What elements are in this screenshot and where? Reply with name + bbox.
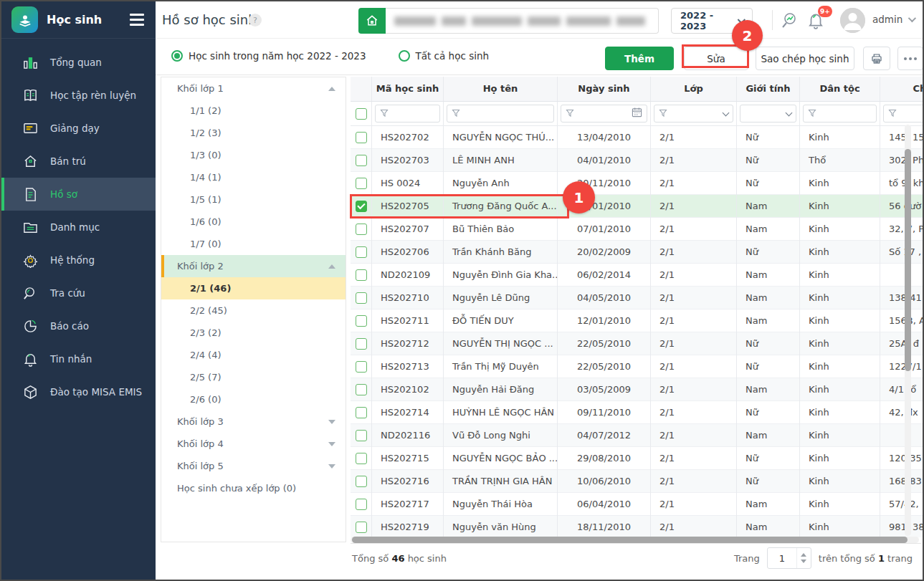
row-checkbox[interactable] [356, 132, 367, 143]
sidebar-item-danh-muc[interactable]: Danh mục [1, 211, 156, 244]
tree-group[interactable]: Học sinh chưa xếp lớp (0) [161, 477, 346, 499]
filter-input-ethnicity[interactable] [803, 105, 877, 123]
table-row[interactable]: HS202713Trần Thị Mỹ Duyên22/05/20102/1Nữ… [351, 355, 923, 378]
tree-class[interactable]: 2/4 (4) [161, 344, 346, 366]
column-header-dob[interactable]: Ngày sinh [558, 77, 651, 101]
table-row[interactable]: HS202706Trần Khánh Băng20/02/20092/1NữKi… [351, 241, 923, 264]
table-row[interactable]: HS202705Trương Đăng Quốc A...04/01/20102… [351, 195, 923, 218]
table-row[interactable]: HS202707Bũ Thiên Bảo07/01/20102/1NamKinh… [351, 218, 923, 241]
tree-class[interactable]: 1/3 (0) [161, 144, 346, 166]
home-icon[interactable] [358, 8, 386, 34]
tree-group[interactable]: Khối lớp 4 [161, 433, 346, 455]
row-checkbox[interactable] [356, 315, 367, 327]
tree-group[interactable]: Khối lớp 5 [161, 455, 346, 477]
tree-group[interactable]: Khối lớp 2 [161, 255, 346, 277]
row-checkbox[interactable] [356, 224, 367, 235]
sidebar-item-tin-nhan[interactable]: Tin nhắn [1, 342, 156, 375]
help-icon[interactable]: ? [249, 14, 262, 27]
row-checkbox[interactable] [356, 499, 367, 510]
notifications-bell-icon[interactable]: 9+ [806, 11, 825, 32]
sidebar-item-ban-tru[interactable]: Bán trú [1, 145, 156, 178]
more-button[interactable] [897, 47, 923, 70]
page-number-input[interactable]: 1 [767, 547, 811, 569]
row-checkbox[interactable] [356, 407, 367, 418]
tree-class[interactable]: 1/6 (0) [161, 211, 346, 233]
row-checkbox[interactable] [356, 269, 367, 281]
tree-group[interactable]: Khối lớp 3 [161, 410, 346, 433]
table-row[interactable]: HS202715NGUYỄN NGỌC BẢO ...29/08/20102/1… [351, 447, 923, 470]
horizontal-scrollbar-thumb[interactable] [352, 537, 908, 543]
tree-class[interactable]: 2/5 (7) [161, 366, 346, 388]
filter-input-gender[interactable] [740, 105, 796, 123]
tree-class[interactable]: 2/2 (45) [161, 299, 346, 322]
table-row[interactable]: HS 0024Nguyễn Anh20/11/20102/1NữKinhtổ 9… [351, 172, 923, 195]
column-header-code[interactable]: Mã học sinh [372, 77, 444, 101]
add-button[interactable]: Thêm [605, 47, 674, 70]
edit-button[interactable]: Sửa [684, 47, 748, 70]
row-checkbox[interactable] [356, 453, 367, 464]
school-name-input[interactable] [386, 8, 659, 34]
sidebar-item-dao-tao-misa-emis[interactable]: Đào tạo MISA EMIS [1, 375, 156, 408]
radio-current-year[interactable]: Học sinh trong năm học 2022 - 2023 [171, 50, 366, 62]
sidebar-item-tra-cuu[interactable]: Tra cứu [1, 277, 156, 309]
print-button[interactable] [863, 47, 890, 70]
row-checkbox[interactable] [356, 292, 367, 304]
vertical-scrollbar-thumb[interactable] [905, 149, 911, 371]
school-year-select[interactable]: 2022 - 2023 [671, 8, 753, 34]
table-row[interactable]: HS202719Nguyễn văn Hùng18/11/20102/1NamK… [351, 516, 923, 537]
row-checkbox[interactable] [356, 361, 367, 373]
row-checkbox[interactable] [356, 338, 367, 350]
user-menu[interactable]: admin [872, 14, 914, 25]
sidebar-item-giang-day[interactable]: Giảng dạy [1, 112, 156, 145]
tree-class[interactable]: 1/4 (1) [161, 166, 346, 188]
column-header-gender[interactable]: Giới tính [737, 77, 800, 101]
filter-input-class[interactable] [654, 105, 733, 123]
sidebar-item-he-thong[interactable]: Hệ thống [1, 244, 156, 277]
table-row[interactable]: HS202711ĐỖ TIẾN DUY12/01/20102/1NamKinh1… [351, 309, 923, 332]
table-row[interactable]: HS202702NGUYỄN NGỌC THÚ...13/04/20102/1N… [351, 126, 923, 149]
filter-input-code[interactable] [375, 105, 440, 123]
sidebar-item-bao-cao[interactable]: Báo cáo [1, 309, 156, 342]
sidebar-item-hoc-tap-ren-luyen[interactable]: Học tập rèn luyện [1, 79, 156, 112]
table-row[interactable]: HS202703LÊ MINH ANH04/01/20102/1NữThổ302… [351, 149, 923, 172]
row-checkbox[interactable] [356, 178, 367, 189]
tree-class[interactable]: 1/1 (2) [161, 100, 346, 122]
page-spinner[interactable] [796, 548, 811, 568]
table-row[interactable]: HS202712NGUYỄN THỊ NGỌC ...22/05/20102/1… [351, 332, 923, 355]
copy-student-button[interactable]: Sao chép học sinh [756, 47, 854, 70]
table-row[interactable]: HS202717Nguyễn Thái Hòa06/04/20102/1NamK… [351, 493, 923, 516]
table-row[interactable]: ND202109Nguyễn Đình Gia Kha...06/02/2014… [351, 264, 923, 287]
search-trend-icon[interactable] [781, 11, 801, 34]
sidebar-item-tong-quan[interactable]: Tổng quan [1, 46, 156, 79]
row-checkbox[interactable] [356, 201, 367, 212]
tree-class[interactable]: 2/1 (46) [161, 277, 346, 299]
table-row[interactable]: HS202714HUỲNH LÊ NGỌC HÂN09/11/20102/1Nữ… [351, 401, 923, 424]
filter-input-name[interactable] [447, 105, 554, 123]
table-row[interactable]: ND202116Vũ Đỗ Long Nghi04/07/20122/1NamK… [351, 424, 923, 447]
select-all-checkbox[interactable] [356, 108, 367, 120]
column-header-address[interactable]: Chỗ ở hiện nay [880, 77, 923, 101]
row-checkbox[interactable] [356, 155, 367, 166]
row-checkbox[interactable] [356, 384, 367, 395]
filter-input-address[interactable] [883, 105, 923, 123]
tree-class[interactable]: 1/7 (0) [161, 233, 346, 255]
column-header-ethnicity[interactable]: Dân tộc [800, 77, 880, 101]
table-row[interactable]: HS202710Nguyễn Lê Dũng04/05/20102/1NamKi… [351, 287, 923, 309]
hamburger-menu-icon[interactable] [130, 14, 144, 26]
sidebar-item-ho-so[interactable]: Hồ sơ [1, 178, 156, 211]
row-checkbox[interactable] [356, 476, 367, 487]
calendar-icon[interactable] [632, 107, 642, 120]
row-checkbox[interactable] [356, 430, 367, 441]
column-header-name[interactable]: Họ tên [444, 77, 558, 101]
tree-class[interactable]: 2/6 (0) [161, 388, 346, 410]
filter-input-dob[interactable] [561, 105, 647, 123]
column-header-class[interactable]: Lớp [651, 77, 737, 101]
table-row[interactable]: HS202102Nguyễn Hải Đăng03/05/20092/1NamK… [351, 378, 923, 401]
tree-group[interactable]: Khối lớp 1 [161, 77, 346, 100]
radio-all-students[interactable]: Tất cả học sinh [399, 50, 490, 62]
tree-class[interactable]: 1/2 (3) [161, 122, 346, 144]
tree-class[interactable]: 2/3 (2) [161, 322, 346, 344]
tree-class[interactable]: 1/5 (1) [161, 188, 346, 211]
row-checkbox[interactable] [356, 522, 367, 533]
avatar[interactable] [840, 8, 865, 33]
